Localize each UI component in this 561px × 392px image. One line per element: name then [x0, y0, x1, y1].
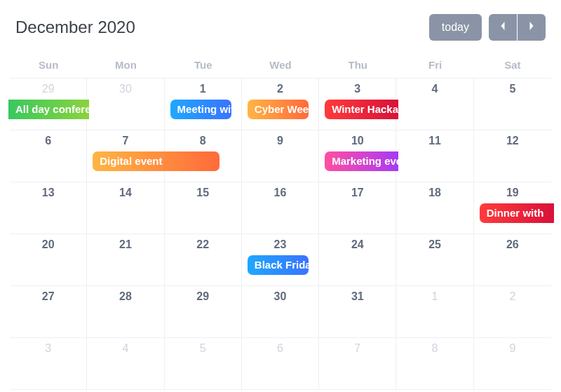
day-cell[interactable]: 1 [396, 286, 473, 338]
day-events [325, 359, 390, 380]
day-number: 2 [248, 83, 313, 95]
day-cell[interactable]: 24 [319, 234, 396, 286]
calendar-event[interactable]: Winter Hackathon [325, 100, 398, 119]
day-number: 31 [325, 290, 390, 303]
day-events: Cyber Week [248, 100, 313, 121]
day-events: Winter Hackathon [325, 100, 390, 121]
day-cell[interactable]: 30 [87, 79, 164, 130]
day-cell[interactable]: 26 [474, 234, 551, 286]
day-cell[interactable]: 8 [396, 338, 473, 390]
day-number: 7 [325, 342, 390, 355]
day-events: All day conference [15, 100, 81, 121]
day-cell[interactable]: 29All day conference [10, 79, 87, 130]
day-events [402, 307, 467, 328]
day-cell[interactable]: 5 [165, 338, 242, 390]
day-events [170, 359, 236, 380]
day-events [402, 100, 467, 121]
day-cell[interactable]: 2 [474, 286, 551, 338]
day-cell[interactable]: 12 [474, 130, 551, 182]
day-number: 6 [248, 342, 313, 355]
calendar-event[interactable]: Meeting with [170, 100, 231, 119]
day-events [15, 203, 81, 224]
day-events [15, 151, 81, 173]
day-cell[interactable]: 19Dinner with [474, 182, 551, 234]
day-cell[interactable]: 5 [474, 79, 551, 130]
day-number: 30 [93, 83, 158, 95]
day-cell[interactable]: 28 [87, 286, 164, 338]
day-events [15, 307, 81, 328]
day-cell[interactable]: 3Winter Hackathon [319, 79, 396, 130]
calendar-event[interactable]: Digital event [93, 151, 219, 171]
day-events [325, 255, 390, 276]
calendar: December 2020 today SunMonTueWedThuFriSa… [10, 7, 551, 390]
day-cell[interactable]: 10Marketing event [319, 130, 396, 182]
calendar-event[interactable]: Marketing event [325, 151, 398, 171]
calendar-event[interactable]: All day conference [8, 100, 89, 119]
day-cell[interactable]: 13 [10, 182, 87, 234]
day-cell[interactable]: 2Cyber Week [242, 79, 319, 130]
day-cell[interactable]: 23Black Friday [242, 234, 319, 286]
today-button[interactable]: today [429, 14, 482, 41]
day-number: 9 [248, 135, 313, 147]
calendar-event[interactable]: Dinner with [480, 203, 554, 223]
day-cell[interactable]: 31 [319, 286, 396, 338]
calendar-grid[interactable]: 29All day conference301Meeting with2Cybe… [10, 79, 551, 390]
day-events [402, 359, 467, 380]
dow-label: Wed [242, 53, 319, 79]
day-cell[interactable]: 15 [165, 182, 242, 234]
day-cell[interactable]: 18 [396, 182, 473, 234]
chevron-right-icon [528, 21, 535, 34]
day-events [248, 203, 313, 224]
day-cell[interactable]: 27 [10, 286, 87, 338]
day-cell[interactable]: 7Digital event [87, 130, 164, 182]
day-cell[interactable]: 14 [87, 182, 164, 234]
day-cell[interactable]: 9 [474, 338, 551, 390]
day-events [93, 255, 158, 276]
day-cell[interactable]: 1Meeting with [165, 79, 242, 130]
calendar-event[interactable]: Cyber Week [248, 100, 309, 119]
day-events [402, 255, 467, 276]
dow-label: Sun [10, 53, 87, 79]
day-cell[interactable]: 6 [10, 130, 87, 182]
day-events: Meeting with [170, 100, 236, 121]
dow-label: Mon [87, 53, 164, 79]
day-cell[interactable]: 7 [319, 338, 396, 390]
day-cell[interactable]: 4 [87, 338, 164, 390]
day-number: 15 [170, 187, 236, 199]
day-events [248, 359, 313, 380]
day-events [480, 307, 546, 328]
day-cell[interactable]: 17 [319, 182, 396, 234]
day-cell[interactable]: 11 [396, 130, 473, 182]
day-cell[interactable]: 9 [242, 130, 319, 182]
day-cell[interactable]: 30 [242, 286, 319, 338]
calendar-nav: today [429, 14, 546, 41]
day-cell[interactable]: 20 [10, 234, 87, 286]
day-number: 3 [15, 342, 81, 355]
day-events [480, 359, 546, 380]
day-cell[interactable]: 3 [10, 338, 87, 390]
prev-button[interactable] [489, 14, 517, 41]
day-number: 1 [402, 290, 467, 303]
day-number: 2 [480, 290, 546, 303]
day-cell[interactable]: 21 [87, 234, 164, 286]
dow-label: Thu [319, 53, 396, 79]
day-cell[interactable]: 22 [165, 234, 242, 286]
day-cell[interactable]: 4 [396, 79, 473, 130]
day-number: 8 [402, 342, 467, 355]
day-events [93, 100, 158, 121]
day-cell[interactable]: 16 [242, 182, 319, 234]
day-number: 16 [248, 187, 313, 199]
calendar-event[interactable]: Black Friday [248, 255, 309, 275]
day-events [480, 100, 546, 121]
next-button[interactable] [518, 14, 546, 41]
day-number: 9 [480, 342, 546, 355]
day-number: 25 [402, 238, 467, 251]
day-cell[interactable]: 6 [242, 338, 319, 390]
day-cell[interactable]: 25 [396, 234, 473, 286]
day-number: 5 [480, 83, 546, 95]
day-cell[interactable]: 29 [165, 286, 242, 338]
day-number: 7 [93, 135, 158, 147]
day-events: Black Friday [248, 255, 313, 276]
day-events [93, 359, 158, 380]
day-number: 10 [325, 135, 390, 147]
